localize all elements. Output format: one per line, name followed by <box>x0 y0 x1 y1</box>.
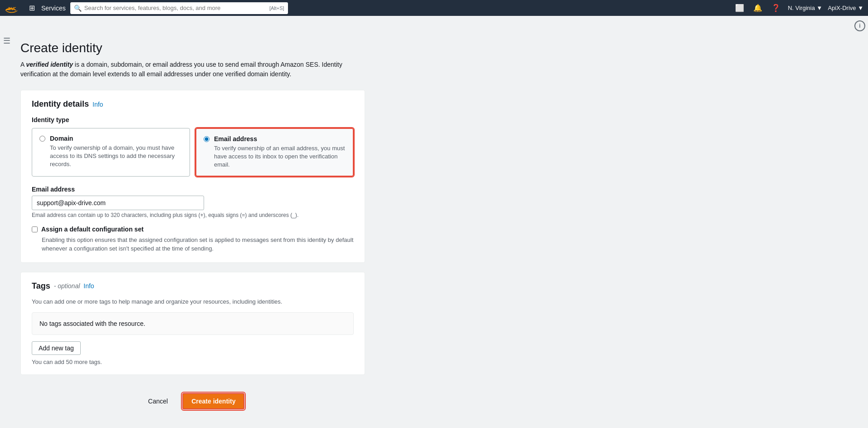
navigation-bar: ⊞ Services 🔍 [Alt+S] ⬜ 🔔 ❓ N. Virginia ▼… <box>0 0 868 16</box>
region-selector[interactable]: N. Virginia ▼ <box>788 5 822 11</box>
tags-description: You can add one or more tags to help man… <box>32 298 354 305</box>
main-content: Create identity A verified identity is a… <box>0 32 868 428</box>
identity-type-grid: Domain To verify ownership of a domain, … <box>32 128 354 177</box>
sidebar-toggle[interactable]: ☰ <box>0 32 14 50</box>
search-input[interactable] <box>84 5 267 11</box>
services-nav-label[interactable]: Services <box>41 5 66 12</box>
config-set-section: Assign a default configuration set Enabl… <box>32 226 354 253</box>
no-tags-text: No tags associated with the resource. <box>39 320 145 327</box>
email-address-radio[interactable] <box>204 136 210 142</box>
identity-details-panel: Identity details Info Identity type Doma… <box>20 90 365 263</box>
create-identity-button[interactable]: Create identity <box>182 393 244 409</box>
tags-panel: Tags - optional Info You can add one or … <box>20 272 365 375</box>
optional-label: - optional <box>54 282 80 290</box>
description-italic: verified identity <box>26 61 73 68</box>
email-card-desc: To verify ownership of an email address,… <box>214 144 346 169</box>
cancel-button[interactable]: Cancel <box>141 394 176 408</box>
grid-icon[interactable]: ⊞ <box>27 2 37 14</box>
email-input[interactable] <box>32 196 204 210</box>
email-field-label: Email address <box>32 186 354 193</box>
email-card-title: Email address <box>214 135 346 143</box>
help-icon[interactable]: ❓ <box>770 2 782 14</box>
identity-details-title: Identity details Info <box>32 99 354 109</box>
email-address-card[interactable]: Email address To verify ownership of an … <box>195 128 354 177</box>
page-title: Create identity <box>20 41 854 55</box>
no-tags-box: No tags associated with the resource. <box>32 312 354 335</box>
add-new-tag-button[interactable]: Add new tag <box>32 341 81 355</box>
email-hint: Email address can contain up to 320 char… <box>32 212 354 218</box>
tags-info-link[interactable]: Info <box>83 282 94 290</box>
domain-radio[interactable] <box>39 136 45 142</box>
domain-card-desc: To verify ownership of a domain, you mus… <box>50 144 182 169</box>
email-address-field-group: Email address Email address can contain … <box>32 186 354 218</box>
tags-limit-text: You can add 50 more tags. <box>32 359 354 365</box>
search-bar[interactable]: 🔍 [Alt+S] <box>70 2 288 14</box>
bell-icon[interactable]: 🔔 <box>751 2 764 14</box>
page-info-icon[interactable]: i <box>854 20 865 31</box>
identity-details-info-link[interactable]: Info <box>93 101 103 108</box>
config-set-label: Assign a default configuration set <box>41 226 144 233</box>
aws-logo[interactable] <box>5 3 23 14</box>
footer-bar: Cancel Create identity <box>20 384 365 418</box>
domain-card-content: Domain To verify ownership of a domain, … <box>50 135 182 169</box>
config-set-row: Assign a default configuration set <box>32 226 354 233</box>
domain-card-title: Domain <box>50 135 182 142</box>
page-description: A verified identity is a domain, subdoma… <box>20 60 365 79</box>
tags-panel-title: Tags - optional Info <box>32 281 354 291</box>
nav-right: ⬜ 🔔 ❓ N. Virginia ▼ ApiX-Drive ▼ <box>733 2 863 14</box>
identity-type-label: Identity type <box>32 116 354 123</box>
config-set-checkbox[interactable] <box>32 226 38 232</box>
search-icon: 🔍 <box>74 5 82 12</box>
terminal-icon[interactable]: ⬜ <box>733 2 746 14</box>
search-shortcut: [Alt+S] <box>269 5 284 11</box>
panel-title-text: Identity details <box>32 99 89 109</box>
tags-title-text: Tags <box>32 281 50 291</box>
description-prefix: A <box>20 61 26 68</box>
domain-card[interactable]: Domain To verify ownership of a domain, … <box>32 128 190 177</box>
email-card-content: Email address To verify ownership of an … <box>214 135 346 169</box>
account-selector[interactable]: ApiX-Drive ▼ <box>828 5 863 11</box>
config-set-desc: Enabling this option ensures that the as… <box>42 236 354 253</box>
